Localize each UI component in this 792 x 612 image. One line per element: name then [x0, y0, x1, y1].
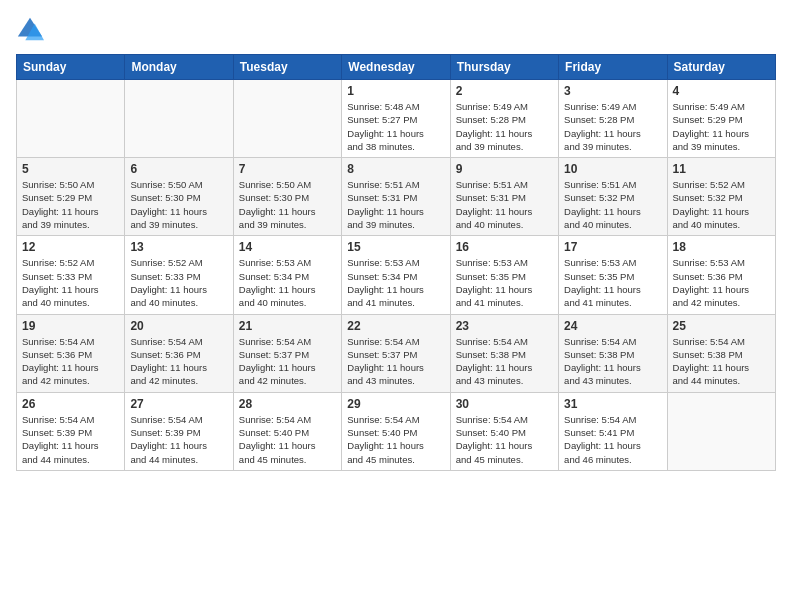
day-info: Sunrise: 5:49 AM Sunset: 5:29 PM Dayligh… [673, 100, 770, 153]
day-info: Sunrise: 5:50 AM Sunset: 5:30 PM Dayligh… [130, 178, 227, 231]
day-info: Sunrise: 5:54 AM Sunset: 5:39 PM Dayligh… [130, 413, 227, 466]
day-info: Sunrise: 5:54 AM Sunset: 5:38 PM Dayligh… [456, 335, 553, 388]
day-number: 22 [347, 319, 444, 333]
calendar-cell: 26Sunrise: 5:54 AM Sunset: 5:39 PM Dayli… [17, 392, 125, 470]
day-number: 16 [456, 240, 553, 254]
day-number: 26 [22, 397, 119, 411]
day-number: 23 [456, 319, 553, 333]
day-number: 17 [564, 240, 661, 254]
day-info: Sunrise: 5:54 AM Sunset: 5:38 PM Dayligh… [564, 335, 661, 388]
calendar-cell: 1Sunrise: 5:48 AM Sunset: 5:27 PM Daylig… [342, 80, 450, 158]
day-info: Sunrise: 5:53 AM Sunset: 5:35 PM Dayligh… [564, 256, 661, 309]
day-info: Sunrise: 5:54 AM Sunset: 5:39 PM Dayligh… [22, 413, 119, 466]
day-number: 3 [564, 84, 661, 98]
calendar-cell: 18Sunrise: 5:53 AM Sunset: 5:36 PM Dayli… [667, 236, 775, 314]
day-info: Sunrise: 5:54 AM Sunset: 5:38 PM Dayligh… [673, 335, 770, 388]
weekday-header-friday: Friday [559, 55, 667, 80]
calendar-cell: 28Sunrise: 5:54 AM Sunset: 5:40 PM Dayli… [233, 392, 341, 470]
day-info: Sunrise: 5:52 AM Sunset: 5:33 PM Dayligh… [22, 256, 119, 309]
day-number: 12 [22, 240, 119, 254]
weekday-header-tuesday: Tuesday [233, 55, 341, 80]
calendar-cell: 4Sunrise: 5:49 AM Sunset: 5:29 PM Daylig… [667, 80, 775, 158]
day-number: 11 [673, 162, 770, 176]
calendar-cell: 8Sunrise: 5:51 AM Sunset: 5:31 PM Daylig… [342, 158, 450, 236]
day-number: 10 [564, 162, 661, 176]
day-number: 15 [347, 240, 444, 254]
calendar-cell [17, 80, 125, 158]
calendar-cell: 22Sunrise: 5:54 AM Sunset: 5:37 PM Dayli… [342, 314, 450, 392]
weekday-header-wednesday: Wednesday [342, 55, 450, 80]
day-number: 31 [564, 397, 661, 411]
calendar-cell: 29Sunrise: 5:54 AM Sunset: 5:40 PM Dayli… [342, 392, 450, 470]
day-info: Sunrise: 5:48 AM Sunset: 5:27 PM Dayligh… [347, 100, 444, 153]
day-number: 5 [22, 162, 119, 176]
day-info: Sunrise: 5:54 AM Sunset: 5:37 PM Dayligh… [347, 335, 444, 388]
calendar-cell: 17Sunrise: 5:53 AM Sunset: 5:35 PM Dayli… [559, 236, 667, 314]
page-header [16, 16, 776, 44]
calendar-cell: 25Sunrise: 5:54 AM Sunset: 5:38 PM Dayli… [667, 314, 775, 392]
day-info: Sunrise: 5:54 AM Sunset: 5:36 PM Dayligh… [130, 335, 227, 388]
weekday-header-saturday: Saturday [667, 55, 775, 80]
calendar-cell: 27Sunrise: 5:54 AM Sunset: 5:39 PM Dayli… [125, 392, 233, 470]
weekday-header-thursday: Thursday [450, 55, 558, 80]
day-info: Sunrise: 5:54 AM Sunset: 5:41 PM Dayligh… [564, 413, 661, 466]
day-info: Sunrise: 5:51 AM Sunset: 5:32 PM Dayligh… [564, 178, 661, 231]
day-info: Sunrise: 5:49 AM Sunset: 5:28 PM Dayligh… [456, 100, 553, 153]
day-info: Sunrise: 5:49 AM Sunset: 5:28 PM Dayligh… [564, 100, 661, 153]
day-info: Sunrise: 5:54 AM Sunset: 5:40 PM Dayligh… [239, 413, 336, 466]
calendar-cell: 9Sunrise: 5:51 AM Sunset: 5:31 PM Daylig… [450, 158, 558, 236]
day-info: Sunrise: 5:50 AM Sunset: 5:30 PM Dayligh… [239, 178, 336, 231]
calendar-cell: 16Sunrise: 5:53 AM Sunset: 5:35 PM Dayli… [450, 236, 558, 314]
calendar-week-3: 12Sunrise: 5:52 AM Sunset: 5:33 PM Dayli… [17, 236, 776, 314]
calendar-week-1: 1Sunrise: 5:48 AM Sunset: 5:27 PM Daylig… [17, 80, 776, 158]
day-number: 24 [564, 319, 661, 333]
calendar-cell: 19Sunrise: 5:54 AM Sunset: 5:36 PM Dayli… [17, 314, 125, 392]
day-info: Sunrise: 5:53 AM Sunset: 5:34 PM Dayligh… [239, 256, 336, 309]
calendar-week-4: 19Sunrise: 5:54 AM Sunset: 5:36 PM Dayli… [17, 314, 776, 392]
logo [16, 16, 48, 44]
day-info: Sunrise: 5:52 AM Sunset: 5:33 PM Dayligh… [130, 256, 227, 309]
calendar-cell [667, 392, 775, 470]
weekday-header-monday: Monday [125, 55, 233, 80]
calendar-cell: 5Sunrise: 5:50 AM Sunset: 5:29 PM Daylig… [17, 158, 125, 236]
calendar-cell: 13Sunrise: 5:52 AM Sunset: 5:33 PM Dayli… [125, 236, 233, 314]
calendar-cell: 6Sunrise: 5:50 AM Sunset: 5:30 PM Daylig… [125, 158, 233, 236]
calendar-cell: 20Sunrise: 5:54 AM Sunset: 5:36 PM Dayli… [125, 314, 233, 392]
calendar-week-2: 5Sunrise: 5:50 AM Sunset: 5:29 PM Daylig… [17, 158, 776, 236]
day-number: 8 [347, 162, 444, 176]
weekday-header-row: SundayMondayTuesdayWednesdayThursdayFrid… [17, 55, 776, 80]
day-info: Sunrise: 5:51 AM Sunset: 5:31 PM Dayligh… [456, 178, 553, 231]
day-info: Sunrise: 5:51 AM Sunset: 5:31 PM Dayligh… [347, 178, 444, 231]
calendar-cell: 15Sunrise: 5:53 AM Sunset: 5:34 PM Dayli… [342, 236, 450, 314]
calendar-cell: 14Sunrise: 5:53 AM Sunset: 5:34 PM Dayli… [233, 236, 341, 314]
day-info: Sunrise: 5:54 AM Sunset: 5:40 PM Dayligh… [347, 413, 444, 466]
calendar-cell: 10Sunrise: 5:51 AM Sunset: 5:32 PM Dayli… [559, 158, 667, 236]
day-number: 28 [239, 397, 336, 411]
day-number: 20 [130, 319, 227, 333]
day-number: 21 [239, 319, 336, 333]
calendar-cell: 23Sunrise: 5:54 AM Sunset: 5:38 PM Dayli… [450, 314, 558, 392]
day-number: 18 [673, 240, 770, 254]
day-number: 29 [347, 397, 444, 411]
calendar-cell [233, 80, 341, 158]
weekday-header-sunday: Sunday [17, 55, 125, 80]
calendar-cell [125, 80, 233, 158]
day-number: 2 [456, 84, 553, 98]
day-info: Sunrise: 5:54 AM Sunset: 5:37 PM Dayligh… [239, 335, 336, 388]
day-info: Sunrise: 5:53 AM Sunset: 5:35 PM Dayligh… [456, 256, 553, 309]
day-info: Sunrise: 5:54 AM Sunset: 5:36 PM Dayligh… [22, 335, 119, 388]
calendar-cell: 11Sunrise: 5:52 AM Sunset: 5:32 PM Dayli… [667, 158, 775, 236]
calendar-cell: 30Sunrise: 5:54 AM Sunset: 5:40 PM Dayli… [450, 392, 558, 470]
day-number: 1 [347, 84, 444, 98]
day-number: 13 [130, 240, 227, 254]
calendar-cell: 21Sunrise: 5:54 AM Sunset: 5:37 PM Dayli… [233, 314, 341, 392]
calendar-cell: 31Sunrise: 5:54 AM Sunset: 5:41 PM Dayli… [559, 392, 667, 470]
day-number: 27 [130, 397, 227, 411]
day-info: Sunrise: 5:52 AM Sunset: 5:32 PM Dayligh… [673, 178, 770, 231]
day-number: 19 [22, 319, 119, 333]
day-info: Sunrise: 5:54 AM Sunset: 5:40 PM Dayligh… [456, 413, 553, 466]
calendar-cell: 12Sunrise: 5:52 AM Sunset: 5:33 PM Dayli… [17, 236, 125, 314]
calendar-week-5: 26Sunrise: 5:54 AM Sunset: 5:39 PM Dayli… [17, 392, 776, 470]
calendar-cell: 3Sunrise: 5:49 AM Sunset: 5:28 PM Daylig… [559, 80, 667, 158]
day-number: 9 [456, 162, 553, 176]
